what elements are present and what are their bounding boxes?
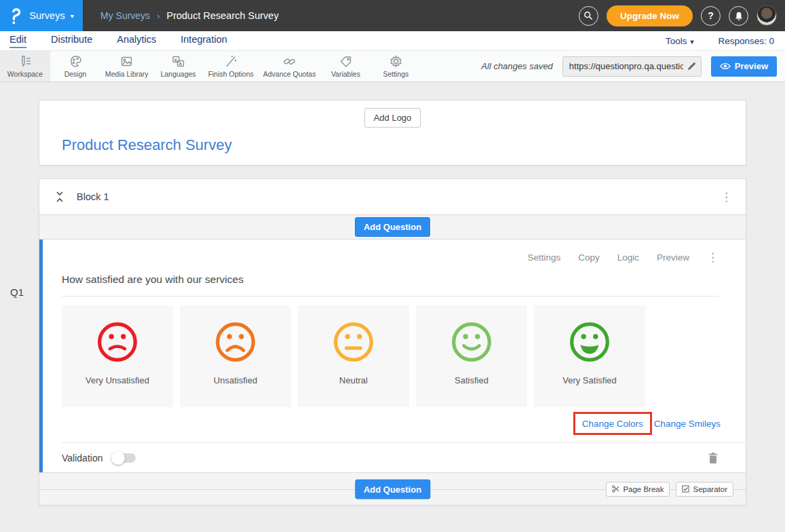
smiley-option-very-unsatisfied[interactable]: Very Unsatisfied (62, 305, 173, 407)
block-header: Block 1 ⋮ (39, 179, 746, 214)
svg-text:x: x (174, 58, 176, 62)
smiley-option-neutral[interactable]: Neutral (298, 305, 409, 407)
change-colors-highlight-box: Change Colors (573, 412, 652, 435)
notifications-button[interactable] (729, 6, 748, 26)
help-button[interactable]: ? (701, 6, 721, 26)
question-action-copy[interactable]: Copy (578, 252, 600, 263)
smiley-option-label: Satisfied (455, 375, 489, 385)
block-title[interactable]: Block 1 (77, 191, 109, 202)
smiley-option-label: Neutral (339, 375, 368, 385)
eye-icon (720, 62, 731, 70)
settings-icon (389, 55, 402, 68)
separator-button[interactable]: Separator (676, 482, 733, 497)
breadcrumb: My Surveys › Product Research Survey (100, 10, 279, 21)
question-selected-bar (39, 240, 43, 472)
variables-icon (339, 55, 352, 68)
breadcrumb-parent-link[interactable]: My Surveys (100, 10, 150, 21)
toolbar-item-workspace[interactable]: Workspace (0, 51, 50, 81)
toolbar-item-finish-options[interactable]: Finish Options (204, 51, 259, 81)
section-tab-bar: EditDistributeAnalyticsIntegration Tools… (0, 31, 785, 50)
toolbar-item-languages[interactable]: xALanguages (153, 51, 204, 81)
question-card: SettingsCopyLogicPreview⋮ How satisfied … (39, 240, 746, 472)
toolbar-item-label: Languages (161, 70, 196, 78)
responses-count[interactable]: Responses: 0 (718, 36, 774, 46)
very-satisfied-smiley-icon (568, 320, 611, 364)
edit-url-pencil-icon[interactable] (687, 61, 697, 71)
question-action-logic[interactable]: Logic (617, 252, 639, 263)
collapse-block-icon[interactable] (55, 191, 64, 203)
chevron-down-icon: ▼ (689, 39, 695, 45)
editor-toolbar: WorkspaceDesignMedia LibraryxALanguagesF… (0, 50, 785, 82)
page-break-button[interactable]: Page Break (606, 482, 670, 497)
search-icon (583, 11, 593, 20)
smiley-option-label: Very Satisfied (562, 375, 617, 385)
topbar-actions: Upgrade Now ? (579, 5, 785, 26)
smiley-options: Very UnsatisfiedUnsatisfiedNeutralSatisf… (62, 305, 746, 407)
toolbar-item-variables[interactable]: Variables (320, 51, 370, 81)
questionpro-logo-icon (9, 6, 24, 25)
add-question-button-bottom[interactable]: Add Question (355, 479, 430, 499)
question-number-label: Q1 (10, 286, 24, 298)
add-question-button-top[interactable]: Add Question (355, 217, 430, 237)
preview-button[interactable]: Preview (711, 56, 777, 77)
toolbar-item-design[interactable]: Design (50, 51, 100, 81)
breadcrumb-current: Product Research Survey (166, 10, 278, 21)
toolbar-item-label: Settings (383, 70, 408, 78)
user-avatar[interactable] (757, 5, 777, 26)
toggle-knob (111, 451, 125, 465)
tab-analytics[interactable]: Analytics (117, 34, 156, 48)
tab-distribute[interactable]: Distribute (51, 34, 92, 48)
smiley-option-label: Very Unsatisfied (85, 375, 149, 385)
upgrade-now-button[interactable]: Upgrade Now (607, 5, 693, 26)
toolbar-item-label: Design (64, 70, 87, 78)
question-kebab-menu-icon[interactable]: ⋮ (707, 252, 719, 263)
smiley-option-label: Unsatisfied (214, 375, 257, 385)
survey-title[interactable]: Product Research Survey (62, 136, 232, 154)
change-colors-link[interactable]: Change Colors (582, 419, 643, 429)
section-tabs: EditDistributeAnalyticsIntegration (9, 34, 227, 48)
block-kebab-menu-icon[interactable]: ⋮ (721, 191, 732, 203)
tools-menu[interactable]: Tools▼ (666, 36, 695, 46)
question-action-settings[interactable]: Settings (527, 252, 560, 263)
smiley-option-unsatisfied[interactable]: Unsatisfied (180, 305, 291, 407)
brand-label: Surveys (29, 10, 64, 21)
tab-edit[interactable]: Edit (9, 34, 26, 48)
save-status-text: All changes saved (481, 61, 553, 71)
question-title-divider (62, 296, 719, 297)
toolbar-item-settings[interactable]: Settings (370, 51, 421, 81)
survey-header-card: Add Logo Product Research Survey (39, 100, 746, 166)
question-mark-icon: ? (708, 10, 714, 21)
toolbar-item-media-library[interactable]: Media Library (100, 51, 153, 81)
svg-text:A: A (179, 62, 182, 66)
top-navbar: Surveys ▾ My Surveys › Product Research … (0, 0, 785, 31)
change-smileys-link[interactable]: Change Smileys (654, 419, 721, 429)
add-question-strip-top: Add Question (39, 214, 746, 240)
chevron-down-icon: ▾ (71, 12, 74, 20)
very-unsatisfied-smiley-icon (96, 320, 139, 364)
neutral-smiley-icon (332, 320, 375, 364)
smiley-option-satisfied[interactable]: Satisfied (416, 305, 527, 407)
survey-url-input[interactable] (562, 56, 702, 77)
separator-checkbox-icon (682, 485, 689, 493)
search-button[interactable] (579, 6, 598, 26)
block-card: Block 1 ⋮ Add Question SettingsCopyLogic… (39, 178, 746, 506)
smiley-option-very-satisfied[interactable]: Very Satisfied (534, 305, 645, 407)
delete-question-trash-icon[interactable] (708, 452, 719, 464)
tab-integration[interactable]: Integration (180, 34, 227, 48)
add-logo-button[interactable]: Add Logo (364, 108, 421, 128)
page-break-scissors-icon (612, 485, 619, 493)
toolbar-items: WorkspaceDesignMedia LibraryxALanguagesF… (0, 51, 421, 81)
block-footer: Add Question Page Break (39, 472, 746, 505)
toolbar-item-label: Media Library (105, 70, 149, 78)
survey-canvas: Q1 Add Logo Product Research Survey Bloc… (0, 82, 785, 532)
toolbar-item-label: Advance Quotas (263, 70, 316, 78)
question-title[interactable]: How satisfied are you with our services (62, 273, 746, 286)
toolbar-item-advance-quotas[interactable]: Advance Quotas (259, 51, 321, 81)
brand-logo-button[interactable]: Surveys ▾ (0, 0, 83, 31)
smiley-links-row: Change Colors Change Smileys (62, 412, 721, 435)
workspace-icon (19, 55, 32, 68)
unsatisfied-smiley-icon (214, 320, 257, 364)
toolbar-item-label: Variables (331, 70, 360, 78)
validation-toggle[interactable] (113, 453, 136, 463)
question-action-preview[interactable]: Preview (657, 252, 689, 263)
